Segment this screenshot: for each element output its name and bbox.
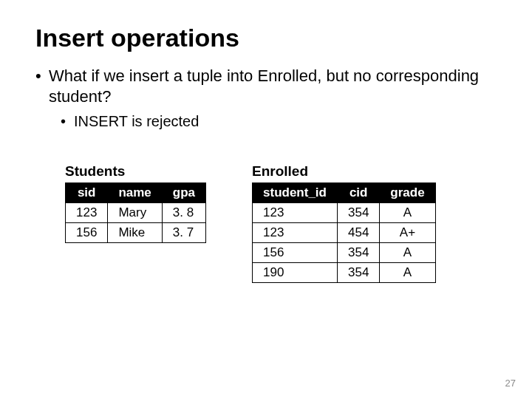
enrolled-table: student_id cid grade 123 354 A 123 454 A…	[252, 183, 436, 283]
enrolled-caption: Enrolled	[252, 163, 436, 180]
bullet-text: INSERT is rejected	[74, 112, 497, 131]
bullet-level2: INSERT is rejected	[61, 112, 497, 131]
col-header: name	[108, 183, 162, 203]
bullet-list: What if we insert a tuple into Enrolled,…	[35, 66, 497, 131]
slide-title: Insert operations	[35, 24, 497, 52]
bullet-level1: What if we insert a tuple into Enrolled,…	[35, 66, 497, 106]
table-row: 156 Mike 3. 7	[66, 223, 206, 243]
cell: 354	[337, 243, 379, 263]
cell: A+	[380, 223, 435, 243]
bullet-dot-icon	[61, 112, 74, 131]
table-header-row: sid name gpa	[66, 183, 206, 203]
table-header-row: student_id cid grade	[253, 183, 436, 203]
cell: A	[380, 263, 435, 283]
cell: 354	[337, 203, 379, 223]
cell: 123	[253, 223, 338, 243]
cell: 123	[66, 203, 108, 223]
table-row: 156 354 A	[253, 243, 436, 263]
cell: 454	[337, 223, 379, 243]
cell: 3. 7	[162, 223, 205, 243]
bullet-dot-icon	[35, 66, 49, 106]
cell: A	[380, 243, 435, 263]
col-header: student_id	[253, 183, 338, 203]
cell: 123	[253, 203, 338, 223]
table-row: 123 454 A+	[253, 223, 436, 243]
page-number: 27	[505, 378, 516, 389]
students-caption: Students	[65, 163, 206, 180]
table-row: 123 354 A	[253, 203, 436, 223]
students-table-block: Students sid name gpa 123 Mary 3. 8	[65, 163, 206, 283]
col-header: sid	[66, 183, 108, 203]
cell: 190	[253, 263, 338, 283]
cell: 156	[253, 243, 338, 263]
col-header: grade	[380, 183, 435, 203]
bullet-text: What if we insert a tuple into Enrolled,…	[49, 66, 497, 106]
cell: Mary	[108, 203, 162, 223]
cell: 3. 8	[162, 203, 205, 223]
col-header: gpa	[162, 183, 205, 203]
cell: 156	[66, 223, 108, 243]
cell: 354	[337, 263, 379, 283]
enrolled-table-block: Enrolled student_id cid grade 123 354 A	[252, 163, 436, 283]
col-header: cid	[337, 183, 379, 203]
cell: Mike	[108, 223, 162, 243]
cell: A	[380, 203, 435, 223]
table-row: 190 354 A	[253, 263, 436, 283]
students-table: sid name gpa 123 Mary 3. 8 156 Mike 3. 7	[65, 183, 206, 243]
table-row: 123 Mary 3. 8	[66, 203, 206, 223]
